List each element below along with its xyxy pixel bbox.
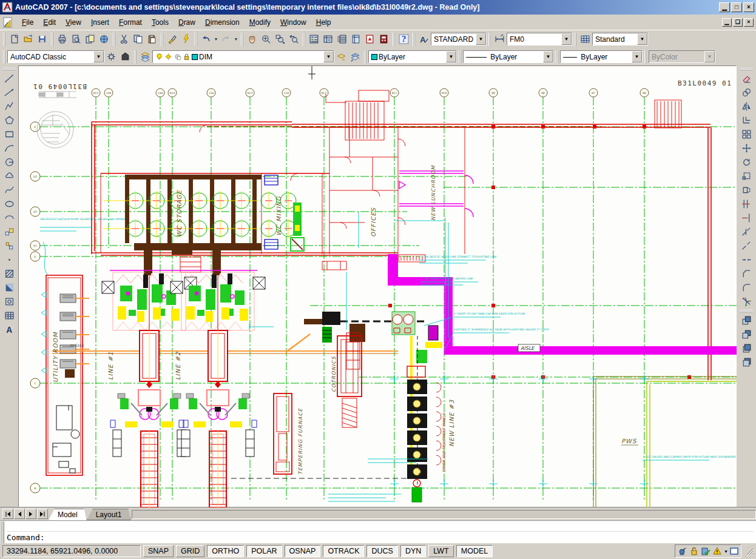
- gradient-button[interactable]: [2, 281, 16, 295]
- mdi-minimize-button[interactable]: ▁: [722, 18, 732, 27]
- line-button[interactable]: [2, 72, 16, 85]
- lineweight-combo[interactable]: —— ByLayer▼: [560, 50, 643, 63]
- undo-dropdown[interactable]: ▼: [213, 32, 219, 46]
- make-object-layer-current-button[interactable]: [334, 50, 348, 64]
- menu-tools[interactable]: Tools: [147, 16, 174, 28]
- layer-combo[interactable]: DIM ▼: [152, 50, 334, 63]
- layer-on-bulb-icon[interactable]: [155, 53, 163, 61]
- toolbar-grip[interactable]: [303, 33, 305, 46]
- erase-button[interactable]: [739, 72, 754, 85]
- chevron-down-icon[interactable]: ▼: [93, 51, 104, 62]
- offset-button[interactable]: [739, 113, 754, 127]
- toolbar-grip[interactable]: [51, 33, 53, 46]
- copy-clip-button[interactable]: [131, 32, 145, 46]
- tab-scrollbar[interactable]: [132, 510, 756, 519]
- hatch-button[interactable]: [2, 267, 16, 281]
- clean-screen-icon[interactable]: [730, 547, 738, 555]
- stretch-button[interactable]: [739, 183, 754, 197]
- snap-toggle[interactable]: SNAP: [143, 545, 174, 557]
- toolbar-grip[interactable]: [393, 33, 395, 46]
- help-button[interactable]: ?: [397, 32, 411, 46]
- grid-toggle[interactable]: GRID: [176, 545, 204, 557]
- rectangle-button[interactable]: [2, 127, 16, 141]
- toolbar-grip[interactable]: [488, 33, 491, 46]
- cut-button[interactable]: [117, 32, 131, 46]
- my-workspace-button[interactable]: [118, 50, 132, 64]
- tool-palettes-button[interactable]: [335, 32, 349, 46]
- tray-menu-arrow[interactable]: ▼: [724, 549, 728, 554]
- redo-dropdown[interactable]: ▼: [233, 32, 239, 46]
- close-button[interactable]: ×: [743, 2, 754, 12]
- region-button[interactable]: [2, 295, 16, 309]
- toolbar-grip[interactable]: [740, 68, 753, 70]
- first-tab-button[interactable]: [2, 509, 13, 519]
- menu-window[interactable]: Window: [275, 16, 311, 28]
- text-style-combo[interactable]: STANDARD▼: [431, 33, 487, 45]
- maximize-button[interactable]: □: [731, 2, 742, 12]
- command-window-grip[interactable]: [0, 521, 4, 543]
- pan-button[interactable]: [245, 32, 259, 46]
- linetype-combo[interactable]: ——— ByLayer▼: [463, 50, 554, 63]
- mdi-restore-button[interactable]: ❏: [733, 18, 743, 27]
- send-under-objects-button[interactable]: [739, 355, 754, 369]
- paste-button[interactable]: [145, 32, 159, 46]
- toolbar-grip[interactable]: [364, 50, 366, 64]
- mdi-close-button[interactable]: ×: [744, 18, 754, 27]
- scale-button[interactable]: [739, 169, 754, 183]
- menu-edit[interactable]: Edit: [38, 16, 61, 28]
- point-button[interactable]: [2, 253, 16, 267]
- model-toggle[interactable]: MODEL: [456, 545, 493, 557]
- ellipse-button[interactable]: [2, 197, 16, 211]
- tab-layout1[interactable]: Layout1: [87, 509, 131, 520]
- insert-block-button[interactable]: [2, 225, 16, 239]
- dyn-toggle[interactable]: DYN: [400, 545, 426, 557]
- toolbar-grip[interactable]: [413, 33, 415, 46]
- dim-style-combo[interactable]: FM0▼: [507, 33, 572, 45]
- bring-above-objects-button[interactable]: [739, 341, 754, 355]
- mirror-button[interactable]: [739, 99, 754, 113]
- menu-modify[interactable]: Modify: [245, 16, 275, 28]
- toolbar-grip[interactable]: [644, 50, 647, 64]
- save-button[interactable]: [35, 32, 49, 46]
- menu-draw[interactable]: Draw: [174, 16, 200, 28]
- toolbar-grip[interactable]: [574, 33, 576, 46]
- dim-style-icon[interactable]: [493, 32, 507, 46]
- plot-preview-button[interactable]: [69, 32, 83, 46]
- chevron-down-icon[interactable]: ▼: [637, 33, 647, 45]
- trusted-dwg-warning-icon[interactable]: [712, 546, 722, 556]
- open-button[interactable]: [21, 32, 35, 46]
- menu-view[interactable]: View: [61, 16, 86, 28]
- bring-to-front-button[interactable]: [739, 313, 754, 327]
- command-input[interactable]: Command:: [4, 521, 756, 543]
- spline-button[interactable]: [2, 183, 16, 197]
- publish-button[interactable]: [83, 32, 97, 46]
- revision-cloud-button[interactable]: [2, 169, 16, 183]
- workspace-combo[interactable]: AutoCAD Classic▼: [7, 50, 104, 63]
- explode-button[interactable]: [739, 295, 754, 309]
- trim-button[interactable]: [739, 197, 754, 211]
- arc-button[interactable]: [2, 141, 16, 155]
- next-tab-button[interactable]: [25, 509, 36, 519]
- previous-tab-button[interactable]: [14, 509, 25, 519]
- tab-model[interactable]: Model: [49, 509, 87, 520]
- chevron-down-icon[interactable]: ▼: [476, 33, 486, 45]
- circle-button[interactable]: [2, 155, 16, 169]
- resize-grip[interactable]: [745, 547, 754, 555]
- otrack-toggle[interactable]: OTRACK: [323, 545, 364, 557]
- polyline-button[interactable]: [2, 99, 16, 113]
- ellipse-arc-button[interactable]: [2, 211, 16, 225]
- construction-line-button[interactable]: [2, 85, 16, 99]
- redo-button[interactable]: [219, 32, 233, 46]
- toolbar-grip[interactable]: [3, 33, 5, 46]
- chevron-down-icon[interactable]: ▼: [323, 51, 334, 62]
- last-tab-button[interactable]: [37, 509, 48, 519]
- array-button[interactable]: [739, 127, 754, 141]
- match-properties-button[interactable]: [165, 32, 179, 46]
- chamfer-button[interactable]: [739, 267, 754, 281]
- polar-toggle[interactable]: POLAR: [246, 545, 282, 557]
- sheet-set-manager-button[interactable]: [349, 32, 363, 46]
- plot-button[interactable]: [55, 32, 69, 46]
- communication-center-icon[interactable]: [678, 546, 687, 556]
- layer-previous-button[interactable]: [348, 50, 362, 64]
- coordinate-display[interactable]: 33294.1184, 65921.0496, 0.0000: [2, 545, 141, 557]
